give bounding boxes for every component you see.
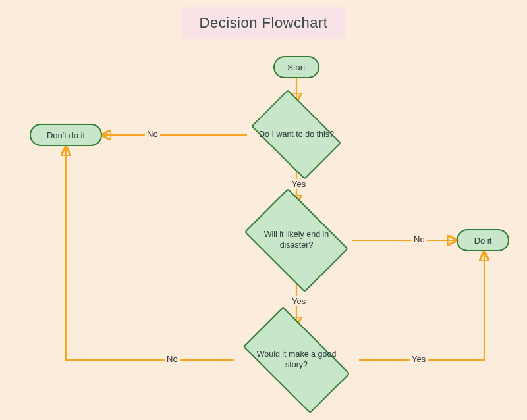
terminator-doit-label: Do it <box>474 236 492 246</box>
terminator-dont-label: Don't do it <box>47 130 85 140</box>
terminator-start: Start <box>273 56 319 78</box>
edge-label-q2-yes: Yes <box>290 296 308 306</box>
decision-want: Do I want to do this? <box>244 99 349 171</box>
edge-label-q2-no: No <box>412 234 427 244</box>
chart-title: Decision Flowchart <box>181 7 346 39</box>
edge-label-q3-no: No <box>165 354 180 364</box>
edge-label-q1-no: No <box>145 129 160 139</box>
terminator-doit: Do it <box>457 229 509 251</box>
terminator-dont: Don't do it <box>30 124 102 146</box>
edge-label-q3-yes: Yes <box>410 354 428 364</box>
decision-disaster: Will it likely end in disaster? <box>237 197 356 283</box>
decision-story: Would it make a good story? <box>231 321 362 400</box>
flowchart-canvas: Decision Flowchart Start Don't do it D <box>0 0 527 420</box>
decision-disaster-label: Will it likely end in disaster? <box>255 230 338 250</box>
decision-story-label: Would it make a good story? <box>248 350 345 370</box>
terminator-start-label: Start <box>287 63 305 72</box>
edge-label-q1-yes: Yes <box>290 179 308 189</box>
decision-want-label: Do I want to do this? <box>254 130 339 140</box>
